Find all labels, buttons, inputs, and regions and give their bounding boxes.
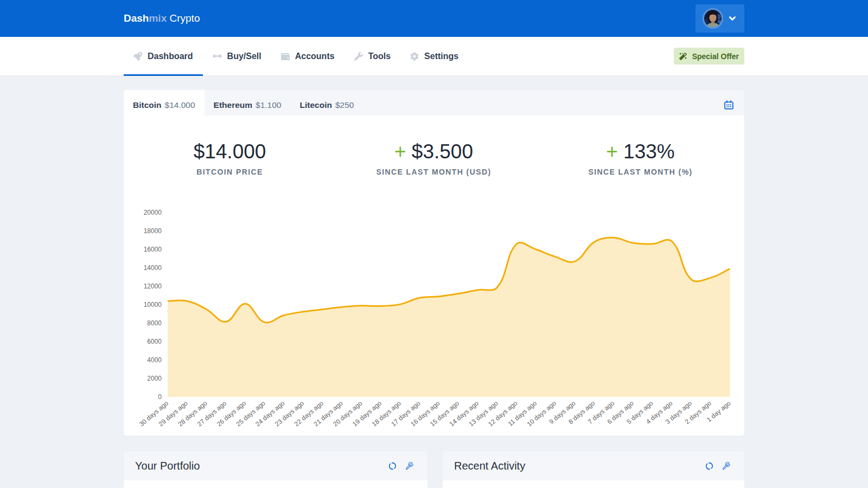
svg-text:10000: 10000: [144, 301, 162, 309]
svg-text:16000: 16000: [144, 246, 162, 253]
svg-text:8000: 8000: [147, 319, 162, 327]
svg-text:12000: 12000: [144, 282, 162, 290]
svg-text:18000: 18000: [144, 227, 162, 235]
svg-text:14000: 14000: [144, 264, 162, 272]
svg-text:6000: 6000: [147, 338, 162, 345]
svg-text:0: 0: [158, 393, 162, 401]
svg-text:4000: 4000: [147, 356, 162, 364]
svg-text:2000: 2000: [147, 375, 162, 382]
svg-text:20000: 20000: [144, 209, 162, 216]
